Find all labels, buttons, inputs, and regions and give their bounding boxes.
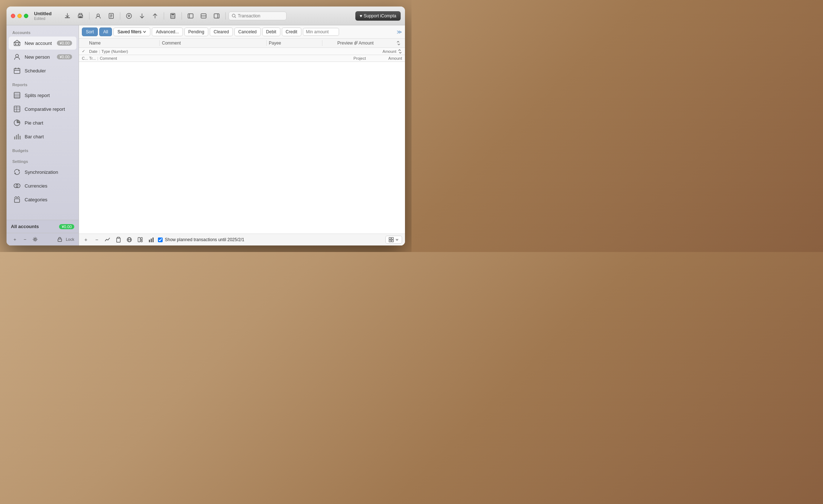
document-button[interactable]	[105, 10, 117, 22]
chevron-down-icon-2	[395, 238, 399, 242]
lock-button[interactable]	[56, 235, 64, 243]
sub-date-label[interactable]: Date	[89, 49, 97, 54]
svg-rect-46	[14, 136, 15, 139]
bottom-bar: + −	[79, 234, 405, 245]
sidebar-bottom-toolbar: + − Lock	[7, 233, 79, 245]
svg-point-13	[171, 16, 172, 17]
col-payee[interactable]: Payee	[269, 41, 320, 46]
globe-button[interactable]	[125, 236, 133, 244]
sidebar-item-scheduler[interactable]: Scheduler	[9, 64, 76, 77]
advanced-filter-button[interactable]: Advanced...	[152, 28, 183, 36]
toolbar-separator-4	[181, 12, 182, 20]
search-box[interactable]	[229, 12, 287, 20]
sidebar-item-currencies[interactable]: Currencies	[9, 179, 76, 192]
pending-filter-button[interactable]: Pending	[184, 28, 208, 36]
bar-chart-small-button[interactable]	[147, 236, 155, 244]
sidebar-item-pie-chart[interactable]: Pie chart	[9, 116, 76, 129]
sidebar-settings-button[interactable]	[31, 235, 39, 243]
saved-filters-button[interactable]: Saved filters	[113, 28, 150, 36]
planned-checkbox-input[interactable]	[158, 238, 163, 242]
col-divider-1	[159, 40, 160, 46]
sidebar-item-categories[interactable]: Categories	[9, 193, 76, 206]
sidebar-item-new-person[interactable]: New person ¥0.00	[9, 50, 76, 63]
view-sidebar-button[interactable]	[185, 10, 196, 22]
canceled-filter-button[interactable]: Canceled	[234, 28, 261, 36]
line-chart-button[interactable]	[104, 236, 112, 244]
clipboard-button[interactable]	[114, 236, 122, 244]
remove-transaction-button[interactable]: −	[93, 236, 101, 244]
svg-rect-54	[58, 239, 62, 242]
view-panel-button[interactable]	[211, 10, 222, 22]
all-filter-button[interactable]: All	[99, 28, 112, 36]
col-name[interactable]: Name	[89, 41, 157, 46]
col-amount[interactable]: Amount	[359, 41, 395, 46]
svg-point-17	[172, 17, 173, 18]
svg-rect-0	[65, 17, 70, 18]
import-icon	[137, 237, 143, 243]
sidebar-add-button[interactable]: +	[11, 235, 19, 243]
swap-icon[interactable]	[396, 41, 401, 45]
maximize-button[interactable]	[24, 14, 28, 18]
cleared-filter-button[interactable]: Cleared	[210, 28, 233, 36]
sidebar-item-splits-report[interactable]: Splits report	[9, 89, 76, 102]
sidebar-new-person-badge: ¥0.00	[57, 54, 72, 59]
sidebar-scheduler-label: Scheduler	[25, 68, 72, 74]
credit-filter-button[interactable]: Credit	[282, 28, 301, 36]
sidebar-comparative-report-label: Comparative report	[25, 106, 72, 112]
sidebar-item-comparative-report[interactable]: Comparative report	[9, 102, 76, 116]
column-headers-row1: Name Comment Payee Preview	[79, 39, 405, 48]
swap-icon-2[interactable]	[398, 49, 402, 54]
row3-amount-label[interactable]: Amount	[366, 56, 402, 60]
calculator-button[interactable]	[167, 10, 179, 22]
svg-point-25	[232, 14, 235, 17]
support-label: Support iCompta	[364, 13, 396, 18]
download-button[interactable]	[123, 10, 135, 22]
view-split-button[interactable]	[198, 10, 209, 22]
grid-view-button[interactable]	[385, 236, 402, 244]
minimize-button[interactable]	[17, 14, 22, 18]
row3-comment-label[interactable]: Comment	[100, 56, 322, 60]
down-arrow-button[interactable]	[136, 10, 148, 22]
sidebar-item-new-account[interactable]: New account ¥0.00	[9, 37, 76, 50]
sidebar-item-synchronization[interactable]: Synchronization	[9, 165, 76, 178]
sidebar-item-bar-chart[interactable]: Bar chart	[9, 130, 76, 143]
import2-button[interactable]	[136, 236, 144, 244]
row3-tr-label[interactable]: Tr...	[89, 56, 96, 60]
sort-button[interactable]: Sort	[82, 28, 98, 36]
col-divider-2	[266, 40, 267, 46]
close-button[interactable]	[11, 14, 15, 18]
svg-rect-52	[14, 199, 20, 202]
svg-rect-49	[20, 136, 21, 139]
checkmark-icon: ✓	[82, 49, 85, 53]
heart-icon: ♥	[360, 13, 362, 18]
support-button[interactable]: ♥ Support iCompta	[355, 11, 401, 21]
comparative-report-icon	[13, 105, 21, 113]
sidebar-new-person-label: New person	[25, 54, 53, 60]
paperclip-icon	[354, 41, 359, 45]
svg-rect-66	[389, 238, 391, 239]
search-icon	[232, 14, 236, 18]
search-input[interactable]	[238, 13, 281, 18]
svg-rect-62	[141, 240, 142, 242]
min-amount-input[interactable]	[303, 28, 339, 36]
globe-icon	[126, 237, 132, 243]
toolbar-separator-1	[89, 12, 89, 20]
sidebar-currencies-label: Currencies	[25, 183, 72, 189]
filter-arrows-button[interactable]: ≫	[397, 29, 402, 35]
import-button[interactable]	[62, 10, 73, 22]
row3-project-label[interactable]: Project	[322, 56, 366, 60]
add-transaction-button[interactable]: +	[82, 236, 90, 244]
sub-amount[interactable]: Amount	[366, 49, 402, 54]
col-comment[interactable]: Comment	[162, 41, 264, 46]
print-button[interactable]	[75, 10, 86, 22]
sidebar-remove-button[interactable]: −	[21, 235, 29, 243]
planned-transactions-checkbox[interactable]: Show planned transactions until 2025/2/1	[158, 237, 245, 242]
svg-point-18	[174, 17, 175, 18]
sub-type-label[interactable]: Type (Number)	[101, 49, 366, 54]
all-accounts-label: All accounts	[11, 224, 39, 229]
col-preview[interactable]: Preview	[325, 41, 359, 46]
account-button[interactable]	[92, 10, 104, 22]
debit-filter-button[interactable]: Debit	[262, 28, 280, 36]
reports-section-label: Reports	[7, 77, 79, 88]
up-arrow-button[interactable]	[149, 10, 161, 22]
